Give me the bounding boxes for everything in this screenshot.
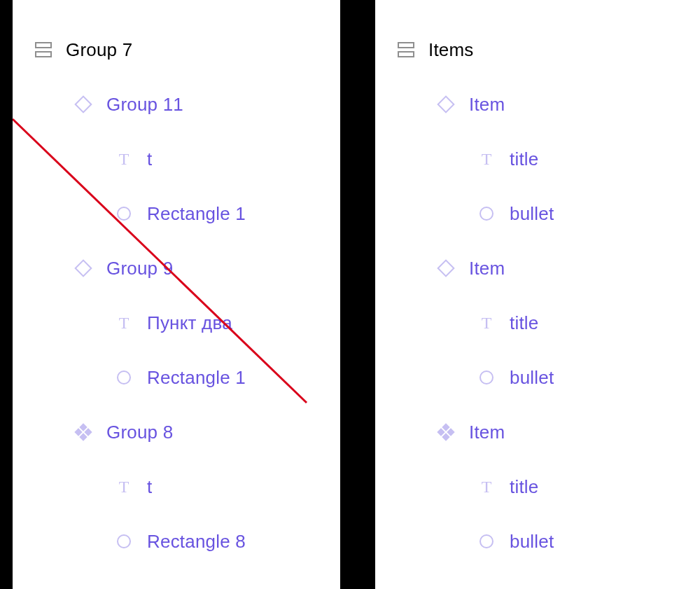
- diamond-icon: [438, 262, 469, 275]
- diamond-icon: [76, 262, 106, 275]
- layer-row-leaf[interactable]: T title: [375, 296, 700, 350]
- circle-icon: [479, 370, 510, 384]
- layer-label: bullet: [510, 367, 554, 389]
- frame-icon: [35, 42, 66, 57]
- layer-label: Пункт два: [147, 312, 232, 334]
- text-icon: T: [479, 478, 510, 495]
- layer-label: Group 9: [106, 258, 173, 279]
- layer-label: bullet: [510, 531, 554, 553]
- layer-label: Item: [469, 258, 505, 279]
- layer-label: bullet: [510, 203, 554, 225]
- layer-row-group[interactable]: Item: [375, 405, 700, 459]
- layer-label: Item: [469, 422, 505, 443]
- layer-row-leaf[interactable]: T title: [375, 132, 700, 186]
- layer-row-root[interactable]: Items: [375, 22, 700, 77]
- layer-row-leaf[interactable]: bullet: [375, 186, 700, 241]
- layer-row-root[interactable]: Group 7: [13, 22, 340, 77]
- layer-label: Item: [469, 94, 505, 116]
- layer-row-leaf[interactable]: T title: [375, 459, 700, 514]
- layers-panel-left: Group 7 Group 11 T t Rectangle 1: [13, 0, 340, 589]
- layer-row-leaf[interactable]: Rectangle 1: [13, 186, 340, 241]
- layer-row-leaf[interactable]: T t: [13, 132, 340, 186]
- layer-label: t: [147, 148, 152, 170]
- text-icon: T: [116, 478, 147, 495]
- layer-row-group[interactable]: Group 8: [13, 405, 340, 459]
- layer-row-leaf[interactable]: T t: [13, 459, 340, 514]
- text-icon: T: [116, 314, 147, 331]
- layer-row-leaf[interactable]: bullet: [375, 350, 700, 405]
- text-icon: T: [116, 151, 147, 167]
- component-set-icon: [76, 424, 106, 440]
- layer-label: title: [510, 476, 538, 498]
- layers-panel-right: Items Item T title bullet Item: [375, 0, 700, 589]
- text-icon: T: [479, 151, 510, 167]
- layer-label: Group 11: [106, 94, 183, 116]
- layer-label: Group 7: [66, 39, 132, 61]
- layer-label: Rectangle 1: [147, 203, 246, 225]
- circle-icon: [479, 207, 510, 221]
- circle-icon: [116, 207, 147, 221]
- layer-label: title: [510, 148, 538, 170]
- layer-row-leaf[interactable]: Rectangle 1: [13, 350, 340, 405]
- layer-label: Rectangle 8: [147, 531, 246, 553]
- frame-icon: [398, 42, 428, 57]
- layer-row-group[interactable]: Item: [375, 77, 700, 132]
- layer-row-group[interactable]: Item: [375, 241, 700, 296]
- component-set-icon: [438, 424, 469, 440]
- layer-row-group[interactable]: Group 9: [13, 241, 340, 296]
- layer-label: Group 8: [106, 422, 173, 443]
- layer-label: title: [510, 312, 538, 334]
- circle-icon: [116, 534, 147, 548]
- diamond-icon: [438, 98, 469, 111]
- layer-label: Rectangle 1: [147, 367, 246, 389]
- diamond-icon: [76, 98, 106, 111]
- layer-label: t: [147, 476, 152, 498]
- circle-icon: [479, 534, 510, 548]
- text-icon: T: [479, 314, 510, 331]
- layer-row-leaf[interactable]: bullet: [375, 514, 700, 569]
- layer-row-leaf[interactable]: Rectangle 8: [13, 514, 340, 569]
- layer-label: Items: [428, 39, 474, 61]
- circle-icon: [116, 370, 147, 384]
- layer-row-leaf[interactable]: T Пункт два: [13, 296, 340, 350]
- layer-row-group[interactable]: Group 11: [13, 77, 340, 132]
